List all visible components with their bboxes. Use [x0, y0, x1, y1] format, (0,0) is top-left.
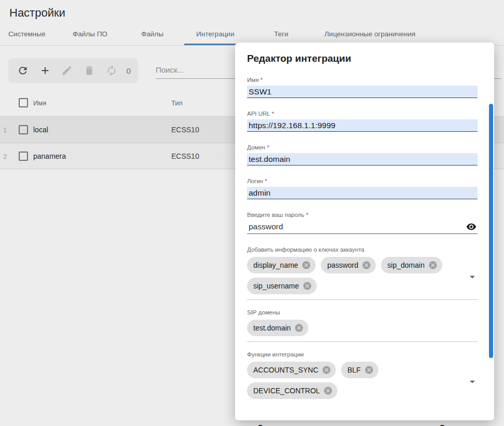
row-checkbox[interactable] [19, 152, 28, 161]
row-type: ECSS10 [171, 126, 199, 134]
integration-editor-dialog: Редактор интеграции Имя * SSW1 API URL *… [235, 43, 494, 420]
remove-circle-icon [362, 260, 371, 270]
chip-remove-button[interactable] [362, 260, 371, 270]
cancel-button[interactable]: Отмена [437, 419, 470, 426]
password-field-label: Введите ваш пароль * [247, 212, 478, 218]
remove-circle-icon [294, 323, 304, 333]
password-field[interactable]: password [247, 221, 466, 233]
login-field-group: Логин * admin [247, 178, 478, 199]
sync-icon [106, 65, 117, 76]
row-name: panamera [33, 152, 66, 160]
row-type: ECSS10 [171, 152, 199, 160]
chip-label: BLF [347, 366, 361, 374]
row-checkbox[interactable] [19, 125, 28, 134]
delete-button[interactable] [82, 63, 97, 78]
tab-software-files[interactable]: Файлы ПО [73, 30, 107, 38]
chip-label: sip_username [253, 282, 299, 290]
active-tab-indicator [184, 44, 238, 45]
page-title: Настройки [9, 6, 65, 20]
tab-files[interactable]: Файлы [141, 30, 164, 38]
chip-remove-button[interactable] [322, 365, 331, 375]
login-field[interactable]: admin [247, 187, 478, 199]
toggle-password-visibility-button[interactable] [466, 222, 478, 233]
integration-functions-dropdown-button[interactable] [466, 376, 479, 388]
row-number: 2 [3, 152, 7, 160]
column-header-name: Имя [33, 99, 46, 107]
remove-circle-icon [302, 260, 311, 270]
integration-functions-label: Функции интеграции [247, 351, 478, 358]
api-url-field-group: API URL * https://192.168.1.1:9999 [247, 111, 478, 132]
chip-remove-button[interactable] [428, 260, 438, 270]
chip-label: DEVICE_CONTROL [253, 387, 320, 395]
refresh-icon [17, 65, 29, 76]
chip: sip_username [247, 278, 317, 294]
eye-icon [466, 222, 476, 232]
dialog-scrollbar-thumb[interactable] [489, 104, 493, 358]
sip-domains-chip-list: test.domain [247, 320, 478, 342]
chip-label: display_name [253, 261, 298, 269]
sip-domains-section: SIP домены test.domain [247, 309, 478, 342]
integration-functions-chip-list: ACCOUNTS_SYNC BLF DEVICE_CONTROL [247, 362, 478, 404]
tab-tags[interactable]: Теги [274, 30, 288, 38]
chevron-down-icon [466, 376, 479, 388]
table-toolbar: 0 [8, 58, 138, 83]
chip: DEVICE_CONTROL [247, 382, 337, 399]
chevron-down-icon [466, 271, 479, 283]
chip-remove-button[interactable] [294, 323, 304, 333]
row-number: 1 [3, 126, 7, 134]
account-keys-label: Добавить информацию о ключах аккаунта [247, 246, 478, 253]
add-button[interactable] [38, 63, 52, 78]
sip-domains-label: SIP домены [247, 309, 478, 315]
remove-circle-icon [322, 365, 331, 375]
edit-icon [61, 65, 73, 76]
chip-label: password [327, 261, 358, 269]
api-url-field[interactable]: https://192.168.1.1:9999 [247, 119, 478, 132]
chip-remove-button[interactable] [303, 281, 312, 291]
chip-label: test.domain [253, 324, 291, 332]
chip: display_name [247, 257, 316, 273]
chip: password [321, 257, 376, 273]
row-name: local [33, 126, 48, 134]
chip-label: sip_domain [387, 261, 425, 269]
login-field-label: Логин * [247, 178, 478, 184]
account-keys-chip-list: display_name password sip_domain sip_use… [247, 257, 478, 300]
domain-field[interactable]: test.domain [247, 153, 478, 166]
remove-circle-icon [303, 281, 312, 291]
tab-system[interactable]: Системные [8, 30, 46, 38]
delete-icon [84, 65, 95, 76]
domain-field-label: Домен * [247, 144, 478, 150]
account-keys-section: Добавить информацию о ключах аккаунта di… [247, 246, 478, 300]
integration-functions-section: Функции интеграции ACCOUNTS_SYNC BLF DEV… [247, 351, 478, 404]
name-field[interactable]: SSW1 [247, 86, 478, 98]
remove-circle-icon [364, 365, 374, 375]
name-field-label: Имя * [247, 77, 478, 83]
column-header-type: Тип [171, 99, 183, 107]
password-field-group: Введите ваш пароль * password [247, 212, 478, 234]
chip: ACCOUNTS_SYNC [247, 362, 336, 378]
api-url-field-label: API URL * [247, 111, 478, 117]
account-keys-dropdown-button[interactable] [466, 271, 479, 283]
name-field-group: Имя * SSW1 [247, 77, 478, 98]
tab-integrations[interactable]: Интеграции [196, 30, 234, 38]
chip-remove-button[interactable] [302, 260, 311, 270]
tab-license-limits[interactable]: Лицензионные ограничения [324, 30, 415, 38]
sync-button[interactable] [104, 63, 119, 78]
save-button[interactable]: Сохранить [255, 419, 301, 426]
chip: BLF [341, 362, 378, 378]
edit-button[interactable] [60, 63, 74, 78]
domain-field-group: Домен * test.domain [247, 144, 478, 166]
dialog-title: Редактор интеграции [247, 53, 478, 64]
add-icon [39, 65, 51, 76]
refresh-button[interactable] [16, 63, 30, 78]
chip: sip_domain [381, 257, 442, 273]
chip-remove-button[interactable] [364, 365, 374, 375]
chip: test.domain [247, 320, 308, 336]
select-all-checkbox[interactable] [19, 98, 28, 107]
selection-counter: 0 [127, 66, 131, 75]
chip-remove-button[interactable] [323, 386, 333, 395]
remove-circle-icon [323, 386, 333, 395]
dialog-actions: Сохранить Отмена [247, 414, 478, 426]
remove-circle-icon [428, 260, 438, 270]
chip-label: ACCOUNTS_SYNC [253, 366, 318, 374]
